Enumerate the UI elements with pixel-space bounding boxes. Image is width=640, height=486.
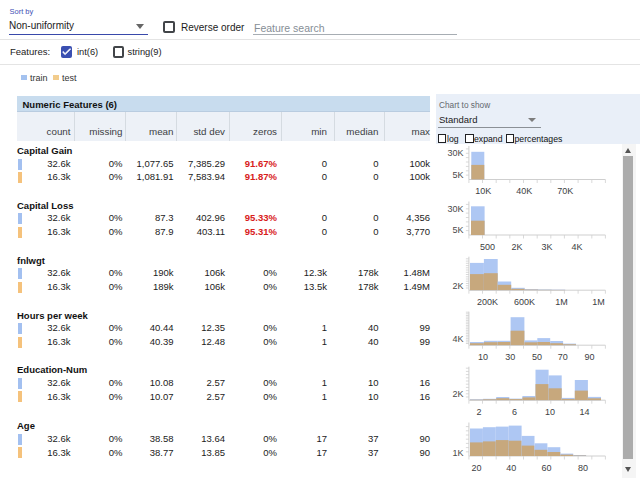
svg-text:60: 60 — [542, 463, 552, 473]
svg-text:70K: 70K — [557, 186, 573, 196]
svg-text:4K: 4K — [452, 334, 463, 344]
svg-text:5K: 5K — [452, 225, 463, 235]
svg-text:2K: 2K — [452, 281, 463, 291]
svg-text:20: 20 — [471, 463, 481, 473]
svg-text:30K: 30K — [447, 148, 463, 158]
svg-text:2K: 2K — [452, 389, 463, 399]
svg-text:3K: 3K — [541, 242, 552, 252]
svg-text:1M: 1M — [592, 297, 605, 307]
svg-text:30K: 30K — [447, 204, 463, 214]
svg-text:10: 10 — [545, 407, 555, 417]
svg-text:50: 50 — [532, 352, 542, 362]
svg-text:200K: 200K — [477, 297, 498, 307]
svg-text:1M: 1M — [555, 297, 568, 307]
svg-text:70: 70 — [558, 352, 568, 362]
svg-text:10K: 10K — [475, 186, 491, 196]
svg-text:30: 30 — [505, 352, 515, 362]
svg-text:600K: 600K — [514, 297, 535, 307]
svg-text:500: 500 — [480, 242, 495, 252]
svg-text:90: 90 — [584, 352, 594, 362]
svg-text:4K: 4K — [571, 242, 582, 252]
svg-text:10: 10 — [478, 352, 488, 362]
svg-text:14: 14 — [580, 407, 590, 417]
svg-text:6: 6 — [512, 407, 517, 417]
svg-text:80: 80 — [578, 463, 588, 473]
svg-text:2: 2 — [477, 407, 482, 417]
svg-text:2K: 2K — [511, 242, 522, 252]
svg-text:5K: 5K — [452, 170, 463, 180]
svg-text:1K: 1K — [452, 448, 463, 458]
svg-text:40: 40 — [506, 463, 516, 473]
svg-text:40K: 40K — [516, 186, 532, 196]
